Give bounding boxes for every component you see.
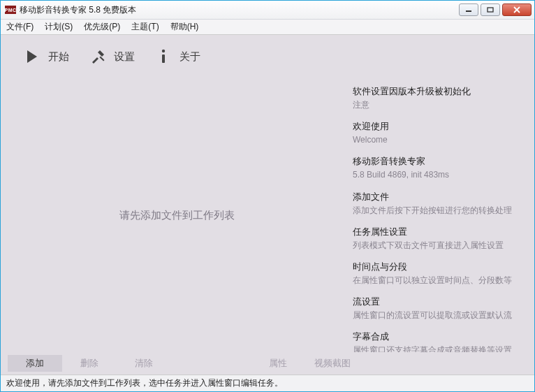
info-item: 字幕合成 属性窗口还支持字幕合成或音频替换等设置 (353, 331, 523, 352)
menu-help[interactable]: 帮助(H) (165, 20, 205, 34)
settings-button[interactable]: 设置 (90, 49, 135, 64)
menu-priority[interactable]: 优先级(P) (78, 20, 126, 34)
info-title: 字幕合成 (353, 331, 523, 343)
info-item: 任务属性设置 列表模式下双击文件可直接进入属性设置 (353, 226, 523, 251)
info-item: 移动影音转换专家 5.8 Build 4869, init 483ms (353, 155, 523, 180)
info-item: 添加文件 添加文件后按下开始按钮进行您的转换处理 (353, 191, 523, 216)
status-text: 欢迎使用，请先添加文件到工作列表，选中任务并进入属性窗口编辑任务。 (6, 377, 283, 389)
svg-rect-1 (488, 8, 493, 12)
info-title: 欢迎使用 (353, 120, 523, 133)
tools-icon (90, 49, 105, 64)
minimize-button[interactable] (459, 3, 478, 16)
toolbar: 开始 设置 关于 (1, 35, 534, 78)
info-title: 任务属性设置 (353, 226, 523, 238)
start-label: 开始 (48, 50, 69, 64)
status-bar: 欢迎使用，请先添加文件到工作列表，选中任务并进入属性窗口编辑任务。 (1, 375, 534, 391)
info-item: 软件设置因版本升级被初始化 注意 (353, 85, 523, 110)
play-icon (24, 49, 40, 64)
add-button[interactable]: 添加 (8, 355, 62, 372)
info-title: 时间点与分段 (353, 261, 523, 273)
svg-marker-4 (27, 50, 37, 63)
info-title: 流设置 (353, 296, 523, 308)
info-sub: 列表模式下双击文件可直接进入属性设置 (353, 240, 523, 251)
info-sub: Welcome (353, 134, 523, 145)
info-title: 移动影音转换专家 (353, 155, 523, 168)
info-pane: 软件设置因版本升级被初始化 注意 欢迎使用 Welcome 移动影音转换专家 5… (353, 78, 534, 352)
menu-plan[interactable]: 计划(S) (39, 20, 78, 34)
info-sub: 属性窗口的流设置可以提取流或设置默认流 (353, 310, 523, 321)
clear-button[interactable]: 清除 (117, 355, 171, 372)
info-icon (156, 49, 171, 64)
properties-button[interactable]: 属性 (251, 355, 305, 372)
window-title: 移动影音转换专家 5.8 免费版本 (20, 4, 136, 16)
window-controls (459, 3, 534, 16)
info-sub: 添加文件后按下开始按钮进行您的转换处理 (353, 205, 523, 216)
info-item: 流设置 属性窗口的流设置可以提取流或设置默认流 (353, 296, 523, 321)
svg-rect-7 (162, 55, 165, 63)
delete-button[interactable]: 删除 (62, 355, 117, 372)
settings-label: 设置 (114, 50, 135, 64)
info-sub: 5.8 Build 4869, init 483ms (353, 169, 523, 180)
start-button[interactable]: 开始 (24, 49, 69, 64)
close-button[interactable] (502, 3, 532, 16)
info-sub: 属性窗口还支持字幕合成或音频替换等设置 (353, 344, 523, 352)
main-row: 请先添加文件到工作列表 软件设置因版本升级被初始化 注意 欢迎使用 Welcom… (1, 78, 534, 352)
work-list-pane[interactable]: 请先添加文件到工作列表 (1, 78, 353, 352)
svg-rect-0 (466, 10, 471, 12)
info-title: 添加文件 (353, 191, 523, 203)
titlebar: PMC 移动影音转换专家 5.8 免费版本 (1, 1, 534, 20)
info-item: 欢迎使用 Welcome (353, 120, 523, 145)
info-item: 时间点与分段 在属性窗口可以独立设置时间点、分段数等 (353, 261, 523, 286)
menubar: 文件(F) 计划(S) 优先级(P) 主题(T) 帮助(H) (1, 20, 534, 35)
maximize-button[interactable] (481, 3, 500, 16)
info-title: 软件设置因版本升级被初始化 (353, 85, 523, 98)
content-area: 开始 设置 关于 请先添加文件到工作列表 (1, 35, 534, 375)
svg-rect-5 (99, 56, 104, 61)
info-sub: 在属性窗口可以独立设置时间点、分段数等 (353, 275, 523, 286)
menu-file[interactable]: 文件(F) (1, 20, 39, 34)
action-bar: 添加 删除 清除 属性 视频截图 (1, 352, 534, 375)
app-icon: PMC (5, 6, 16, 14)
screenshot-button[interactable]: 视频截图 (305, 355, 360, 372)
about-label: 关于 (179, 50, 200, 64)
svg-point-6 (162, 50, 165, 52)
empty-placeholder: 请先添加文件到工作列表 (119, 209, 235, 222)
about-button[interactable]: 关于 (156, 49, 200, 64)
info-sub: 注意 (353, 99, 523, 110)
menu-theme[interactable]: 主题(T) (126, 20, 164, 34)
